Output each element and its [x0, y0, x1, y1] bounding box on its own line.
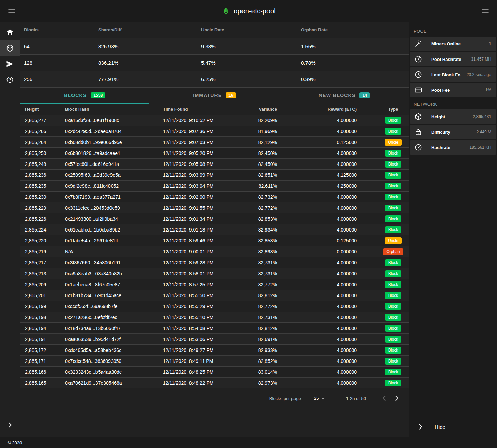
cell-time-found: 12/11/2020, 8:49:27 PM — [163, 347, 241, 353]
sidebar-item-home[interactable] — [0, 25, 20, 40]
cell-reward: 4.000000 — [277, 129, 357, 134]
cell-block-hash: 0x61eabfcd...1b0cba39b2 — [65, 227, 163, 233]
cell-variance: 82,772% — [241, 205, 277, 211]
cell-time-found: 12/11/2020, 9:02:00 PM — [163, 194, 241, 200]
block-row[interactable]: 2,865,1910xaa063539...b95d41d72f12/11/20… — [20, 334, 409, 345]
blocks-tabs: BLOCKS1558IMMATURE16NEW BLOCKS14 — [20, 88, 409, 104]
cell-height: 2,865,209 — [20, 282, 65, 287]
stat-label: Miners Online — [431, 41, 461, 47]
cell-reward: 4.000000 — [277, 315, 357, 320]
hide-sidebar-button[interactable]: Hide — [410, 417, 496, 437]
rows-per-page-value: 25 — [314, 396, 319, 401]
cell-variance: 82,129% — [241, 140, 277, 145]
cell-time-found: 12/11/2020, 8:54:08 PM — [163, 326, 241, 331]
sidebar-item-payments[interactable] — [0, 56, 20, 72]
block-row[interactable]: 2,865,2350x9df2e98e...811fc4005212/11/20… — [20, 181, 409, 192]
tab-blocks[interactable]: BLOCKS1558 — [20, 88, 149, 104]
cell-type: Block — [357, 194, 409, 200]
cell-time-found: 12/11/2020, 9:03:04 PM — [163, 183, 241, 189]
type-badge: Block — [385, 205, 401, 211]
tab-count-badge: 1558 — [91, 92, 105, 98]
stats-cell: 64 — [20, 43, 98, 49]
block-row[interactable]: 2,865,1940x18d734a9...13b6060f4712/11/20… — [20, 323, 409, 334]
cell-block-hash: 0x25095f69...a0d39e9e5a — [65, 172, 163, 178]
cell-height: 2,865,264 — [20, 140, 65, 145]
cell-time-found: 12/11/2020, 8:57:25 PM — [163, 282, 241, 287]
block-row[interactable]: 2,865,2770xa15d3f38...0e31f1908c12/11/20… — [20, 115, 409, 126]
stats-cell: 128 — [20, 60, 98, 66]
sidebar-expand-toggle[interactable] — [0, 417, 20, 433]
type-badge: Block — [385, 259, 401, 266]
cell-reward: 4.000000 — [277, 337, 357, 342]
block-row[interactable]: 2,865,2660x2dc4295d...2dae0a870412/11/20… — [20, 126, 409, 137]
block-row[interactable]: 2,865,2090x1aebeca8...8f67c05e8712/11/20… — [20, 279, 409, 290]
cell-block-hash: 0x6b801826...fa9adcaee1 — [65, 150, 163, 156]
cell-type: Block — [357, 270, 409, 277]
block-row[interactable]: 2,865,1650xa70621d9...37e305468a12/11/20… — [20, 378, 409, 388]
rows-per-page-select[interactable]: 25 — [313, 394, 327, 403]
tab-new-blocks[interactable]: NEW BLOCKS14 — [279, 88, 409, 104]
type-badge: Block — [385, 303, 401, 310]
block-row[interactable]: 2,865,1660x3233243e...b5a4aa30dc12/11/20… — [20, 367, 409, 378]
cube-icon — [414, 113, 422, 121]
cell-height: 2,865,266 — [20, 129, 65, 134]
stats-cell: 5.47% — [201, 60, 301, 66]
cell-reward: 4.000000 — [277, 205, 357, 211]
block-row[interactable]: 2,865,219N/A12/11/2020, 9:00:01 PM82,893… — [20, 246, 409, 257]
tab-label: BLOCKS — [64, 93, 87, 98]
block-row[interactable]: 2,865,2010x1b31b734...69c1d45ace12/11/20… — [20, 290, 409, 301]
cell-variance: 82,731% — [241, 315, 277, 320]
block-row[interactable]: 2,865,2640xb08dd0b1...99e066d95e12/11/20… — [20, 137, 409, 148]
block-row[interactable]: 2,865,2130xa9a8eab3...03a340a82b12/11/20… — [20, 268, 409, 279]
cell-time-found: 12/11/2020, 8:58:01 PM — [163, 271, 241, 276]
type-badge: Block — [385, 183, 401, 189]
type-badge: Block — [385, 128, 401, 135]
cell-type: Block — [357, 226, 409, 233]
type-badge: Block — [385, 172, 401, 179]
block-row[interactable]: 2,865,1990xccdf562f...69a698b7fe12/11/20… — [20, 301, 409, 312]
cell-reward: 4.000000 — [277, 227, 357, 233]
block-row[interactable]: 2,865,1980x271a236c...0efcfdf2ec12/11/20… — [20, 312, 409, 323]
cell-height: 2,865,230 — [20, 194, 65, 200]
cell-variance: 82,209% — [241, 118, 277, 123]
cell-reward: 4.000000 — [277, 150, 357, 156]
stats-cell: 256 — [20, 76, 98, 82]
network-item-height: Height2,865,431 — [410, 109, 496, 124]
block-row[interactable]: 2,865,2200x1fabe54a...2661de81ff12/11/20… — [20, 235, 409, 246]
cell-block-hash: 0x271a236c...0efcfdf2ec — [65, 315, 163, 320]
stats-cell: 826.93% — [98, 43, 201, 49]
cell-height: 2,865,277 — [20, 118, 65, 123]
cell-reward: 4.000000 — [277, 271, 357, 276]
block-row[interactable]: 2,865,2500x6b801826...fa9adcaee112/11/20… — [20, 148, 409, 159]
speedometer-icon — [414, 143, 422, 151]
cell-height: 2,865,248 — [20, 161, 65, 167]
block-row[interactable]: 2,865,2260x21493300...af2ff9ba3412/11/20… — [20, 213, 409, 224]
cell-height: 2,865,213 — [20, 271, 65, 276]
cell-type: Block — [357, 347, 409, 354]
cell-type: Block — [357, 292, 409, 299]
cell-type: Block — [357, 325, 409, 332]
menu-button-right[interactable] — [479, 4, 492, 18]
tab-immature[interactable]: IMMATURE16 — [149, 88, 279, 104]
type-badge: Block — [385, 358, 401, 365]
menu-button-left[interactable] — [5, 4, 18, 18]
cell-variance: 82,933% — [241, 347, 277, 353]
right-sidebar-spacer — [410, 156, 496, 417]
type-badge: Block — [385, 226, 401, 233]
sidebar-item-blocks[interactable] — [0, 40, 20, 56]
block-row[interactable]: 2,865,1720xdc465d5a...a58beb436c12/11/20… — [20, 345, 409, 356]
sidebar-item-help[interactable]: ? — [0, 72, 20, 88]
block-row[interactable]: 2,865,1710x7cdce548...363609305012/11/20… — [20, 356, 409, 367]
cell-block-hash: 0xa15d3f38...0e31f1908c — [65, 118, 163, 123]
block-row[interactable]: 2,865,2300x7b8f7199...aea377a27112/11/20… — [20, 192, 409, 202]
block-row[interactable]: 2,865,2170x3f367660...345806b19112/11/20… — [20, 257, 409, 268]
next-page-button[interactable] — [391, 392, 403, 405]
cell-height: 2,865,219 — [20, 249, 65, 254]
block-row[interactable]: 2,865,2290x3311efec...20453d0e5912/11/20… — [20, 202, 409, 213]
block-row[interactable]: 2,865,2240x61eabfcd...1b0cba39b212/11/20… — [20, 224, 409, 235]
block-row[interactable]: 2,865,2360x25095f69...a0d39e9e5a12/11/20… — [20, 170, 409, 181]
cell-type: Block — [357, 172, 409, 179]
prev-page-button[interactable] — [378, 392, 391, 405]
stats-row: 128836.21%5.47%0.78% — [20, 55, 409, 71]
block-row[interactable]: 2,865,2480x57fec60f...da616e941a12/11/20… — [20, 159, 409, 170]
